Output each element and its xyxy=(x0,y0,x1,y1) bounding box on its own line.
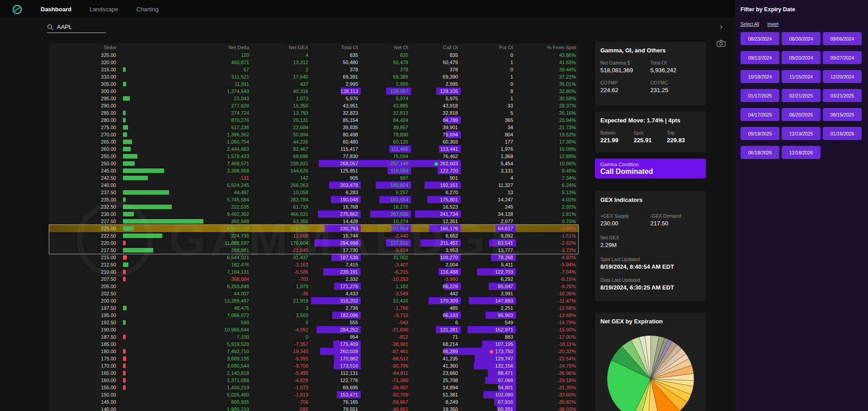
expiry-date-button[interactable]: 09/27/2024 xyxy=(823,51,862,64)
tab-dashboard[interactable]: Dashboard xyxy=(41,6,71,13)
table-row[interactable]: 215.006,544,02131,437187,53831,002109,27… xyxy=(49,254,579,261)
table-row[interactable]: 205.006,293,8481,979171,2761,18286,22985… xyxy=(49,283,579,290)
expiry-date-button[interactable]: 02/21/2025 xyxy=(782,89,821,102)
cell-total-oi: 6,283 xyxy=(311,189,361,196)
cell-strike: 225.00 xyxy=(49,225,119,232)
cell-net-gex: 238,831 xyxy=(252,160,311,167)
table-row[interactable]: 190.0010,965,644-4,952284,252-21,690131,… xyxy=(49,326,579,333)
table-row[interactable]: 202.5044,007-364,433-3,5494423,991-10.36… xyxy=(49,290,579,297)
table-row[interactable]: 200.0013,289,49721,919318,20222,416170,3… xyxy=(49,297,579,304)
strike-table: Strike Net Delta Net GEX Total OI Net OI… xyxy=(49,43,579,411)
table-row[interactable]: 145.00800,935-70676,165-59,6678,24967,91… xyxy=(49,398,579,406)
cell-pct-from-spot: 41.65% xyxy=(516,59,579,66)
collapse-panel-button[interactable]: › xyxy=(720,22,723,31)
table-row[interactable]: 310.00511,52117,64069,39169,38969,390137… xyxy=(49,73,579,80)
table-row[interactable]: 222.50224,736-12,60815,744-2,4406,6529,0… xyxy=(49,232,579,239)
table-row[interactable]: 180.007,492,710-19,345260,039-87,46186,2… xyxy=(49,348,579,355)
table-row[interactable]: 270.001,396,30250,99480,49878,89079,6948… xyxy=(49,131,579,138)
cell-call-oi: 51,381 xyxy=(411,391,461,398)
expiry-date-button[interactable]: 09/19/2025 xyxy=(741,127,779,140)
expiry-date-button[interactable]: 06/20/2025 xyxy=(782,108,821,121)
cell-call-oi: 113,441 xyxy=(411,145,461,153)
table-row[interactable]: 220.0011,888,597176,604294,998127,916211… xyxy=(49,239,579,247)
expiry-date-button[interactable]: 01/17/2025 xyxy=(741,89,779,102)
cell-put-oi: 6,292 xyxy=(461,276,516,283)
table-row[interactable]: 155.001,430,219-1,57369,695-39,90714,894… xyxy=(49,384,579,391)
table-row[interactable]: 242.50-13114290589790147.34% xyxy=(49,174,579,182)
expiry-date-button[interactable]: 09/20/2024 xyxy=(782,51,821,64)
expiry-date-button[interactable]: 08/30/2024 xyxy=(782,32,821,45)
table-row[interactable]: 187.507,1000954-81271883-17.00% xyxy=(49,333,579,341)
table-row[interactable]: 255.001,578,43368,69677,83075,09476,4621… xyxy=(49,153,579,160)
table-row[interactable]: 260.002,444,66382,467115,417111,465113,4… xyxy=(49,145,579,153)
table-row[interactable]: 150.005,025,460-1,819153,471-50,70951,38… xyxy=(49,391,579,398)
select-all-link[interactable]: Select All xyxy=(741,22,759,27)
table-row[interactable]: 230.009,492,302466,531275,862207,606241,… xyxy=(49,210,579,218)
table-row[interactable]: 160.002,371,058-4,829122,776-71,36025,70… xyxy=(49,377,579,384)
screenshot-button[interactable] xyxy=(717,40,726,49)
table-row[interactable]: 170.003,690,544-9,700173,516-90,79641,36… xyxy=(49,362,579,369)
cell-net-oi: 127,916 xyxy=(361,239,411,247)
table-row[interactable]: 207.50-398,084-7032,332-10,252-3,9606,29… xyxy=(49,276,579,283)
table-row[interactable]: 175.003,689,135-9,395170,982-88,51241,23… xyxy=(49,355,579,362)
table-row[interactable]: 245.003,308,958144,626125,851119,589122,… xyxy=(49,167,579,174)
expiry-date-button[interactable]: 12/20/2024 xyxy=(823,70,862,83)
table-row[interactable]: 290.00277,92815,35043,95143,88543,918332… xyxy=(49,102,579,109)
table-row[interactable]: 300.001,274,54340,316128,113128,097128,1… xyxy=(49,88,579,95)
cell-strike: 230.00 xyxy=(49,210,119,218)
table-row[interactable]: 165.002,140,818-5,495112,131-64,81123,66… xyxy=(49,369,579,377)
expiry-date-button[interactable]: 08/15/2025 xyxy=(823,108,862,121)
cell-net-delta: 224,736 xyxy=(119,232,252,239)
cell-put-oi: 0 xyxy=(461,66,516,73)
cell-net-gex: 3,503 xyxy=(252,312,311,319)
expiry-date-button[interactable]: 03/21/2025 xyxy=(823,89,862,102)
expiry-date-button[interactable]: 11/15/2024 xyxy=(782,70,821,83)
table-row[interactable]: 197.5048,47632,736-1,7664852,251-12.58% xyxy=(49,304,579,312)
expiry-date-button[interactable]: 08/23/2024 xyxy=(741,32,779,45)
cotmp-value: 224.62 xyxy=(600,87,651,93)
tab-charting[interactable]: Charting xyxy=(137,6,159,13)
expiry-date-button[interactable]: 01/16/2026 xyxy=(823,127,862,140)
cell-total-oi: 182,096 xyxy=(311,312,361,319)
expiry-date-button[interactable]: 04/17/2025 xyxy=(741,108,779,121)
table-row[interactable]: 185.005,919,520-7,357175,409-38,98168,21… xyxy=(49,341,579,348)
table-row[interactable]: 225.006,962,129226,770230,793101,559166,… xyxy=(49,225,579,232)
table-row[interactable]: 305.0011,9114372,9952,9952,995035.01% xyxy=(49,80,579,88)
table-row[interactable]: 265.001,050,75444,22660,48060,12660,3031… xyxy=(49,138,579,145)
table-row[interactable]: 140.001,905,219-58279,551-40,85119,35060… xyxy=(49,406,579,411)
table-row[interactable]: 235.005,745,584283,784190,048161,554175,… xyxy=(49,196,579,203)
expiry-date-button[interactable]: 06/18/2026 xyxy=(741,146,779,159)
table-row[interactable]: 325.001204835835835043.86% xyxy=(49,51,579,59)
expiry-date-button[interactable]: 09/06/2024 xyxy=(823,32,862,45)
tab-landscape[interactable]: Landscape xyxy=(90,6,118,13)
table-row[interactable]: 285.00274,72413,79332,82332,81332,818526… xyxy=(49,109,579,117)
symbol-search[interactable] xyxy=(47,23,106,33)
table-row[interactable]: 192.505990555-5436549-14.79% xyxy=(49,319,579,326)
cell-net-delta: 5,524,245 xyxy=(119,182,252,189)
expiry-date-button[interactable]: 10/18/2024 xyxy=(741,70,779,83)
table-row[interactable]: 315.00572378378378039.44% xyxy=(49,66,579,73)
table-row[interactable]: 237.5044,49710,0586,2836,2576,270135.13% xyxy=(49,189,579,196)
table-row[interactable]: 275.00517,23622,60439,93539,86739,901342… xyxy=(49,124,579,131)
expiry-date-button[interactable]: 09/13/2024 xyxy=(741,51,779,64)
table-row[interactable]: 250.007,469,571238,831268,057257,149262,… xyxy=(49,160,579,167)
card-title: Gamma, OI, and Others xyxy=(600,47,700,54)
table-row[interactable]: 240.005,524,245266,263203,478180,824192,… xyxy=(49,182,579,189)
table-row[interactable]: 232.50222,53561,71916,76816,27816,523245… xyxy=(49,203,579,210)
table-row[interactable]: 195.007,086,9723,503182,096-9,71086,1939… xyxy=(49,312,579,319)
table-row[interactable]: 227.50392,58863,35514,42810,27412,3512,0… xyxy=(49,218,579,225)
table-row[interactable]: 280.00870,27629,13185,15484,42484,789365… xyxy=(49,117,579,124)
table-row[interactable]: 217.50268,881-21,54517,730-9,8243,95313,… xyxy=(49,247,579,254)
expiry-date-button[interactable]: 12/19/2025 xyxy=(782,127,821,140)
table-row[interactable]: 320.00460,87113,31250,48050,47850,479141… xyxy=(49,59,579,66)
table-row[interactable]: 212.50182,476-3,1637,415-3,4072,0045,411… xyxy=(49,261,579,268)
search-input[interactable] xyxy=(57,23,98,30)
expiry-date-button[interactable]: 12/18/2026 xyxy=(782,146,821,159)
spot-value: 225.91 xyxy=(634,137,667,144)
cell-put-oi: 3,131 xyxy=(461,167,516,174)
cell-strike: 210.00 xyxy=(49,268,119,276)
cell-net-oi: -6,215 xyxy=(361,268,411,276)
table-row[interactable]: 210.007,184,131-5,586239,191-6,215116,48… xyxy=(49,268,579,276)
table-row[interactable]: 295.0023,0431,0735,9765,9745,975130.58% xyxy=(49,95,579,102)
invert-link[interactable]: Invert xyxy=(767,22,778,27)
